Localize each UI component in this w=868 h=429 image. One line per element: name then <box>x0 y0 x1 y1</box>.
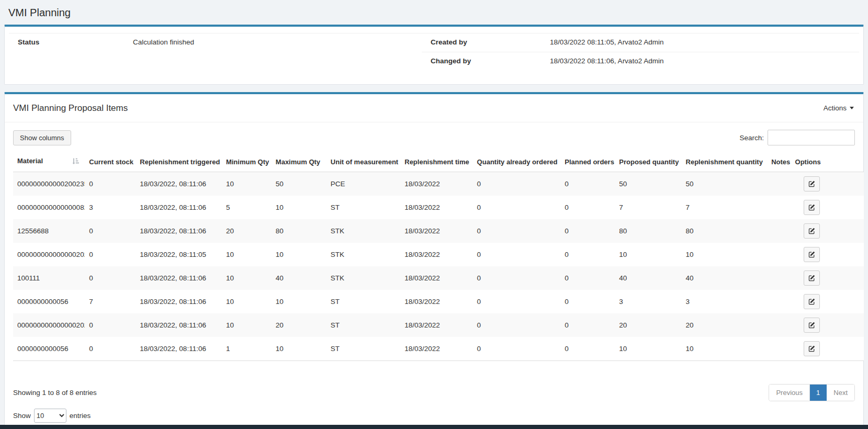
edit-button[interactable] <box>804 318 820 333</box>
table-row: 100111018/03/2022, 08:11:061040STK18/03/… <box>13 266 864 290</box>
column-header-material[interactable]: Material <box>13 152 85 172</box>
pagination-next-button[interactable]: Next <box>827 385 854 401</box>
sort-amount-icon <box>72 157 80 166</box>
cell-maximum_qty: 10 <box>272 243 326 266</box>
edit-button[interactable] <box>804 270 820 286</box>
cell-unit_of_measurement: STK <box>326 219 400 243</box>
cell-quantity_already_ordered: 0 <box>473 337 561 361</box>
table-footer: Showing 1 to 8 of 8 entries Previous 1 N… <box>5 361 863 401</box>
column-header-options[interactable]: Options <box>791 152 864 172</box>
actions-label: Actions <box>824 104 847 112</box>
column-header-current_stock[interactable]: Current stock <box>85 152 136 172</box>
cell-unit_of_measurement: ST <box>326 337 400 361</box>
column-header-replenishment_triggered[interactable]: Replenishment triggered <box>136 152 222 172</box>
status-column-right: Created by 18/03/2022 08:11:05, Arvato2 … <box>422 33 859 71</box>
status-panel: Status Calculation finished Created by 1… <box>4 25 864 85</box>
cell-replenishment_quantity: 10 <box>682 243 768 266</box>
cell-unit_of_measurement: STK <box>326 266 400 290</box>
page-size-select[interactable]: 10 <box>34 409 66 423</box>
cell-proposed_quantity: 10 <box>615 337 681 361</box>
changed-by-value: 18/03/2022 08:11:06, Arvato2 Admin <box>550 57 663 65</box>
column-header-quantity_already_ordered[interactable]: Quantity already ordered <box>473 152 561 172</box>
column-header-maximum_qty[interactable]: Maximum Qty <box>272 152 326 172</box>
cell-replenishment_time: 18/03/2022 <box>400 196 472 219</box>
status-panel-body: Status Calculation finished Created by 1… <box>5 27 863 84</box>
cell-replenishment_quantity: 50 <box>682 172 768 196</box>
cell-replenishment_quantity: 3 <box>682 290 768 313</box>
column-header-replenishment_quantity[interactable]: Replenishment quantity <box>682 152 768 172</box>
pagination-previous-button[interactable]: Previous <box>769 385 810 401</box>
cell-replenishment_quantity: 10 <box>682 337 768 361</box>
cell-planned_orders: 0 <box>560 196 615 219</box>
pagination-page-1-button[interactable]: 1 <box>810 385 827 401</box>
edit-icon <box>808 228 815 234</box>
cell-planned_orders: 0 <box>560 266 615 290</box>
cell-proposed_quantity: 7 <box>615 196 681 219</box>
column-header-planned_orders[interactable]: Planned orders <box>560 152 615 172</box>
cell-replenishment_time: 18/03/2022 <box>400 219 472 243</box>
table-row: 0000000000056018/03/2022, 08:11:06110ST1… <box>13 337 864 361</box>
cell-replenishment_quantity: 80 <box>682 219 768 243</box>
cell-planned_orders: 0 <box>560 313 615 337</box>
cell-material: 000000000000200235 <box>13 172 85 196</box>
edit-icon <box>808 345 815 352</box>
cell-replenishment_triggered: 18/03/2022, 08:11:06 <box>136 266 222 290</box>
cell-proposed_quantity: 3 <box>615 290 681 313</box>
cell-proposed_quantity: 50 <box>615 172 681 196</box>
edit-button[interactable] <box>804 247 820 262</box>
cell-maximum_qty: 10 <box>272 290 326 313</box>
cell-replenishment_time: 18/03/2022 <box>400 172 472 196</box>
cell-notes <box>767 337 791 361</box>
changed-by-row: Changed by 18/03/2022 08:11:06, Arvato2 … <box>422 52 859 71</box>
table-toolbar: Show columns Search: <box>5 122 863 152</box>
column-header-minimum_qty[interactable]: Minimum Qty <box>222 152 272 172</box>
cell-planned_orders: 0 <box>560 219 615 243</box>
cell-current_stock: 0 <box>85 337 136 361</box>
cell-proposed_quantity: 10 <box>615 243 681 266</box>
cell-minimum_qty: 10 <box>222 243 272 266</box>
cell-notes <box>767 172 791 196</box>
edit-button[interactable] <box>804 341 820 356</box>
cell-quantity_already_ordered: 0 <box>473 243 561 266</box>
cell-maximum_qty: 10 <box>272 196 326 219</box>
edit-button[interactable] <box>804 294 820 309</box>
cell-minimum_qty: 1 <box>222 337 272 361</box>
cell-material: 000000000000000202 <box>13 243 85 266</box>
cell-planned_orders: 0 <box>560 172 615 196</box>
cell-maximum_qty: 50 <box>272 172 326 196</box>
cell-quantity_already_ordered: 0 <box>473 196 561 219</box>
changed-by-label: Changed by <box>431 57 550 65</box>
cell-minimum_qty: 10 <box>222 290 272 313</box>
search-input[interactable] <box>768 130 855 145</box>
cell-options <box>791 266 864 290</box>
proposal-panel-title: VMI Planning Proposal Items <box>13 103 128 114</box>
cell-notes <box>767 219 791 243</box>
cell-replenishment_triggered: 18/03/2022, 08:11:06 <box>136 290 222 313</box>
cell-material: 100111 <box>13 266 85 290</box>
entries-label: entries <box>70 412 91 420</box>
cell-options <box>791 243 864 266</box>
cell-proposed_quantity: 80 <box>615 219 681 243</box>
cell-maximum_qty: 10 <box>272 337 326 361</box>
column-header-proposed_quantity[interactable]: Proposed quantity <box>615 152 681 172</box>
created-by-value: 18/03/2022 08:11:05, Arvato2 Admin <box>550 38 663 47</box>
table-header-row: MaterialCurrent stockReplenishment trigg… <box>13 152 864 172</box>
cell-quantity_already_ordered: 0 <box>473 266 561 290</box>
search-area: Search: <box>739 130 855 145</box>
table-row: 000000000000000202018/03/2022, 08:11:061… <box>13 313 864 337</box>
actions-dropdown-button[interactable]: Actions <box>822 102 855 114</box>
cell-notes <box>767 290 791 313</box>
edit-button[interactable] <box>804 223 820 239</box>
table-row: 12556688018/03/2022, 08:11:062080STK18/0… <box>13 219 864 243</box>
show-columns-button[interactable]: Show columns <box>13 130 71 145</box>
column-header-notes[interactable]: Notes <box>767 152 791 172</box>
edit-button[interactable] <box>804 200 820 215</box>
cell-unit_of_measurement: ST <box>326 196 400 219</box>
cell-replenishment_triggered: 18/03/2022, 08:11:06 <box>136 172 222 196</box>
column-header-replenishment_time[interactable]: Replenishment time <box>400 152 472 172</box>
column-header-unit_of_measurement[interactable]: Unit of measurement <box>326 152 400 172</box>
cell-planned_orders: 0 <box>560 337 615 361</box>
cell-quantity_already_ordered: 0 <box>473 290 561 313</box>
cell-minimum_qty: 10 <box>222 172 272 196</box>
edit-button[interactable] <box>804 176 820 191</box>
